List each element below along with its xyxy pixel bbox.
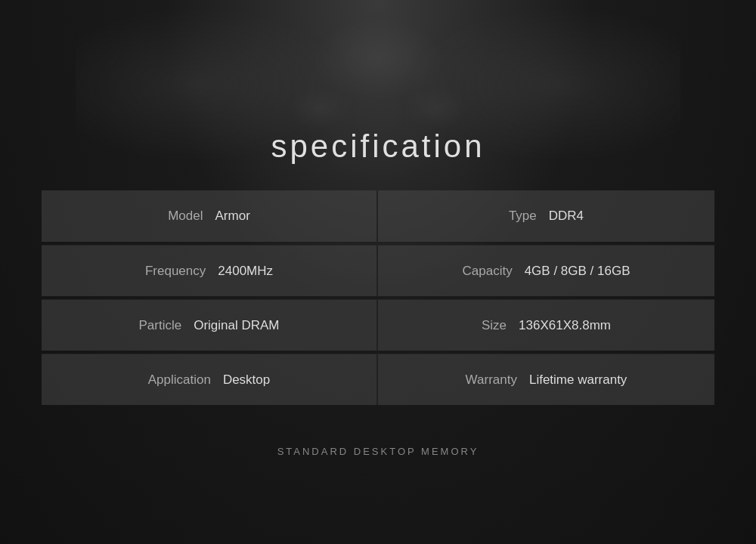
table-row: Frequency2400MHzCapacity4GB / 8GB / 16GB <box>42 245 714 296</box>
spec-cell-right-3: WarrantyLifetime warranty <box>378 354 714 405</box>
spec-value-right-2: 136X61X8.8mm <box>519 318 611 332</box>
spec-label-right-2: Size <box>482 318 507 332</box>
spec-cell-right-2: Size136X61X8.8mm <box>378 299 714 351</box>
spec-value-left-0: Armor <box>215 209 250 223</box>
spec-value-left-3: Desktop <box>223 372 270 387</box>
spec-value-right-1: 4GB / 8GB / 16GB <box>525 264 631 278</box>
spec-label-right-0: Type <box>509 209 537 223</box>
spec-cell-right-0: TypeDDR4 <box>378 190 714 242</box>
spec-value-right-3: Lifetime warranty <box>529 372 627 387</box>
spec-cell-left-0: ModelArmor <box>42 190 378 242</box>
footer-text: STANDARD DESKTOP MEMORY <box>277 446 479 457</box>
main-content: specification ModelArmorTypeDDR4Frequenc… <box>0 0 756 457</box>
spec-cell-left-1: Frequency2400MHz <box>42 245 378 296</box>
spec-label-left-3: Application <box>148 372 211 387</box>
table-row: ModelArmorTypeDDR4 <box>42 190 714 242</box>
page-title: specification <box>271 128 485 165</box>
spec-label-right-1: Capacity <box>463 264 513 278</box>
spec-label-left-1: Frequency <box>145 264 206 278</box>
spec-value-right-0: DDR4 <box>549 209 584 223</box>
spec-label-left-0: Model <box>168 209 203 223</box>
table-row: ApplicationDesktopWarrantyLifetime warra… <box>42 354 714 405</box>
spec-label-right-3: Warranty <box>466 372 517 387</box>
spec-cell-left-3: ApplicationDesktop <box>42 354 378 405</box>
table-row: ParticleOriginal DRAMSize136X61X8.8mm <box>42 299 714 351</box>
spec-value-left-1: 2400MHz <box>218 264 273 278</box>
spec-cell-left-2: ParticleOriginal DRAM <box>42 299 378 351</box>
spec-table: ModelArmorTypeDDR4Frequency2400MHzCapaci… <box>42 187 714 408</box>
spec-value-left-2: Original DRAM <box>194 318 279 332</box>
spec-cell-right-1: Capacity4GB / 8GB / 16GB <box>378 245 714 296</box>
spec-label-left-2: Particle <box>138 318 181 332</box>
